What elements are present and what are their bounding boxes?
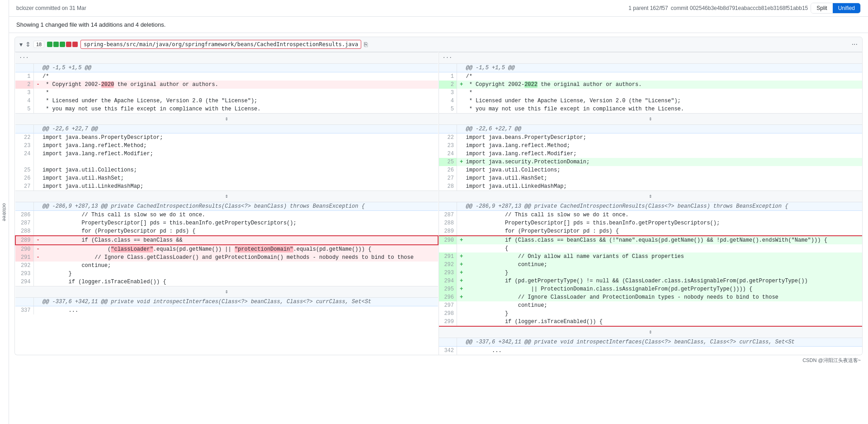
table-row: 287 // This call is slow so we do it onc… — [439, 211, 863, 219]
sign — [457, 72, 463, 81]
octotree-sidebar[interactable]: octotree — [0, 0, 9, 366]
line-num: 337 — [15, 306, 33, 315]
line-num — [439, 338, 457, 347]
line-num — [15, 125, 33, 133]
table-row: 5 * you may not use this file except in … — [15, 105, 438, 114]
table-row: 342 ... — [439, 347, 863, 355]
table-row: 25 import java.util.Collections; — [15, 166, 438, 174]
sign — [33, 97, 40, 105]
code: || ProtectionDomain.class.isAssignableFr… — [463, 285, 863, 293]
table-row: 291 + // Only allow all name variants of… — [439, 252, 863, 261]
code: import java.util.HashSet; — [40, 174, 438, 182]
table-row: 294 if (logger.isTraceEnabled()) { — [15, 278, 438, 286]
collapse-button[interactable]: ▾ — [19, 41, 23, 48]
code: // Ignore ClassLoader and ProtectionDoma… — [463, 293, 863, 301]
sign — [457, 89, 463, 97]
table-row: 24 import java.lang.reflect.Modifier; — [439, 150, 863, 158]
code: if (Class.class == beanClass && — [40, 236, 438, 245]
sign — [33, 158, 40, 166]
sign: + — [457, 293, 463, 301]
sign — [33, 166, 40, 174]
more-options-button[interactable]: ··· — [852, 40, 858, 48]
hunk-header-r3: @@ -286,9 +287,13 @@ private CachedIntro… — [439, 202, 863, 211]
sign — [457, 97, 463, 105]
code: import java.lang.reflect.Method; — [463, 142, 863, 150]
sign: - — [33, 81, 40, 89]
line-num: 23 — [439, 142, 457, 150]
line-num: 295 — [439, 285, 457, 293]
line-num: 4 — [439, 97, 457, 105]
sign — [457, 347, 463, 355]
stat-del-1 — [66, 42, 71, 47]
table-row: 1 /* — [15, 72, 438, 81]
line-num: 289 — [15, 236, 33, 245]
line-num: 3 — [439, 89, 457, 97]
table-row: 290 + if (Class.class == beanClass && (!… — [439, 236, 863, 244]
table-row: 2 - * Copyright 2002-2020 the original a… — [15, 81, 438, 89]
table-row: 286 // This call is slow so we do it onc… — [15, 211, 438, 219]
table-row: 26 import java.util.Collections; — [439, 166, 863, 174]
line-num: 299 — [439, 318, 457, 326]
code: } — [463, 269, 863, 277]
code: @@ -1,5 +1,5 @@ — [40, 64, 438, 72]
code: * — [463, 89, 863, 97]
sign — [457, 166, 463, 174]
table-row: 23 import java.lang.reflect.Method; — [439, 142, 863, 150]
table-row: 27 import java.util.HashSet; — [439, 174, 863, 182]
line-num: 28 — [439, 182, 457, 191]
sign — [457, 174, 463, 182]
sign — [33, 150, 40, 158]
code: } — [40, 270, 438, 278]
table-row: 289 for (PropertyDescriptor pd : pds) { — [439, 227, 863, 236]
code: PropertyDescriptor[] pds = this.beanInfo… — [463, 219, 863, 227]
sign: - — [33, 236, 40, 245]
parent-info: 1 parent 162/f57 — [628, 5, 668, 11]
code: ("classLoader".equals(pd.getName()) || "… — [40, 245, 438, 253]
line-num: 289 — [439, 227, 457, 236]
table-row: 3 * — [15, 89, 438, 97]
left-pane: ··· @@ -1,5 +1,5 @@ 1 /* — [15, 52, 439, 355]
expand-icon[interactable]: ⇕ — [25, 41, 31, 48]
line-num: 291 — [439, 252, 457, 261]
line-num: 4 — [15, 97, 33, 105]
table-row: 1 /* — [439, 72, 863, 81]
table-row: 288 PropertyDescriptor[] pds = this.bean… — [439, 219, 863, 227]
table-row: 287 PropertyDescriptor[] pds = this.bean… — [15, 219, 438, 227]
sign: + — [457, 236, 463, 244]
hunk-expand-r4: ⇕ — [439, 326, 863, 338]
table-row: 337 ... — [15, 306, 438, 315]
sign — [33, 262, 40, 270]
code: import java.beans.PropertyDescriptor; — [40, 133, 438, 142]
line-num: 292 — [439, 261, 457, 269]
sign: + — [457, 285, 463, 293]
code: * — [40, 89, 438, 97]
file-header: ▾ ⇕ 18 spring-beans/src/main/java/org/sp… — [14, 37, 863, 52]
line-num: 294 — [15, 278, 33, 286]
line-num: 292 — [15, 262, 33, 270]
line-num: 2 — [439, 81, 457, 89]
top-bar-left: bclozer committed on 31 Mar — [16, 5, 86, 11]
copy-path-button[interactable]: ⎘ — [364, 41, 368, 48]
stat-add-2 — [53, 42, 59, 47]
code: import java.security.ProtectionDomain; — [463, 158, 863, 166]
code: import java.util.LinkedHashMap; — [463, 182, 863, 191]
diff-stat — [47, 42, 78, 47]
line-num: 287 — [15, 219, 33, 227]
sign: + — [457, 158, 463, 166]
code: @@ -337,6 +342,11 @@ private void intros… — [463, 338, 863, 347]
octotree-label: octotree — [2, 203, 7, 221]
line-num: 25 — [439, 158, 457, 166]
sign — [33, 89, 40, 97]
unified-button[interactable]: Unified — [833, 3, 860, 13]
line-num — [439, 202, 457, 211]
line-num: 287 — [439, 211, 457, 219]
line-num: 288 — [439, 219, 457, 227]
sign — [457, 142, 463, 150]
table-row: 292 continue; — [15, 262, 438, 270]
line-num: 293 — [15, 270, 33, 278]
code: if (logger.isTraceEnabled()) { — [463, 318, 863, 326]
table-row: 297 continue; — [439, 301, 863, 310]
split-button[interactable]: Split — [811, 3, 832, 13]
code — [40, 158, 438, 166]
sign — [457, 227, 463, 236]
